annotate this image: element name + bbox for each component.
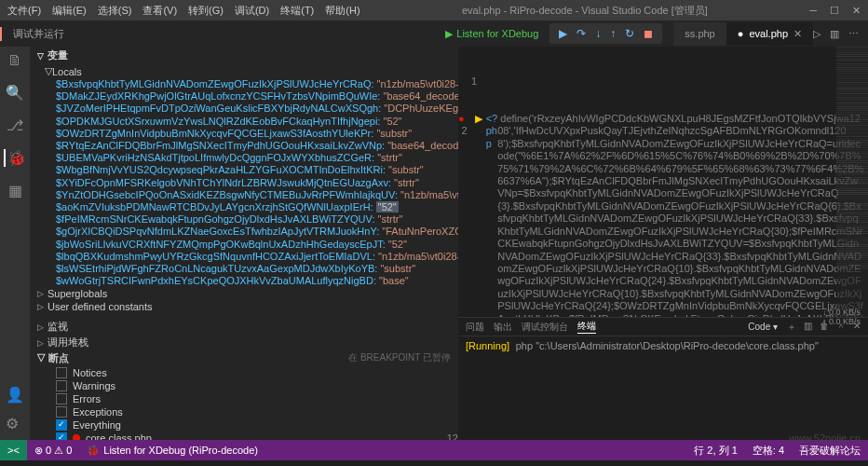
split-icon[interactable]: ▥ <box>830 28 839 40</box>
restart-icon[interactable]: ↻ <box>625 27 634 40</box>
variable-row[interactable]: $aoKmZVIuksbPDMNawRTCBDvJyLAYgcnXrzjhStG… <box>56 201 458 213</box>
variables-header[interactable]: ▽变量 <box>30 47 458 64</box>
variable-row[interactable]: $WbgBfNmjVvYUS2QdcywpseqPkrAzaHLZYGFuXOC… <box>56 164 458 176</box>
tab-eval-php[interactable]: ● eval.php ✕ <box>726 22 813 46</box>
status-bar: >< ⊗ 0 ⚠ 0 🐞 Listen for XDebug (RiPro-de… <box>0 440 868 460</box>
modified-dot-icon: ● <box>738 28 744 39</box>
breakpoint-row[interactable]: Exceptions <box>56 405 458 418</box>
menu-select[interactable]: 选择(S) <box>98 4 132 18</box>
account-icon[interactable]: 👤 <box>6 386 24 404</box>
breakpoint-row[interactable]: Errors <box>56 392 458 405</box>
close-icon[interactable]: ✕ <box>852 5 861 17</box>
variable-row[interactable]: $UBEMVaPKvriHzNSAkdTjtpoLIfmwlyDcQggnFOJ… <box>56 152 458 164</box>
terminal-new-icon[interactable]: ＋ <box>787 321 796 334</box>
panel: 问题 输出 调试控制台 终端 Code ▾ ＋ ▥ 🗑 ＾ ✕ [Running… <box>458 317 868 440</box>
variable-row[interactable]: $DMakZJEydXRKhgPwjOlGtrAUqLofxcnzYCSFHvT… <box>56 90 458 103</box>
scm-icon[interactable]: ⎇ <box>7 116 23 134</box>
callstack-header[interactable]: ▷调用堆栈 <box>30 335 458 350</box>
status-remote[interactable]: >< <box>0 440 27 460</box>
title-bar: 文件(F) 编辑(E) 选择(S) 查看(V) 转到(G) 调试(D) 终端(T… <box>0 0 868 21</box>
window-title: eval.php - RiPro-decode - Visual Studio … <box>360 4 810 18</box>
terminal-select[interactable]: Code ▾ <box>748 322 778 332</box>
checkbox-icon[interactable] <box>56 432 67 440</box>
menu-debug[interactable]: 调试(D) <box>235 4 269 18</box>
checkbox-icon[interactable] <box>56 393 67 404</box>
variable-row[interactable]: $jbWoSriLIvkuVCRXftNFYZMQmpPgOKwBqlnUxAD… <box>56 239 458 251</box>
variable-row[interactable]: $gOjrXICBQiDSPqvNfdmLKZNaeGoxcEsTfwhbzIA… <box>56 226 458 238</box>
terminal-content[interactable]: [Running] php "c:\Users\Administrator\De… <box>458 336 868 356</box>
more-icon[interactable]: ⋯ <box>848 28 859 40</box>
checkbox-icon[interactable] <box>56 406 67 418</box>
variable-row[interactable]: $wWoGtrjTSRCIFwnPdxhEYsCKpeQOJXHkVvZbaUM… <box>56 275 458 287</box>
explorer-icon[interactable]: 🗎 <box>7 52 22 69</box>
minimap[interactable] <box>836 47 868 317</box>
code-area[interactable]: 1 2▶<?php define('rRxzeyAhIvWIgPCDdcKbWG… <box>458 47 868 317</box>
menu-bar: 文件(F) 编辑(E) 选择(S) 查看(V) 转到(G) 调试(D) 终端(T… <box>7 4 360 18</box>
checkbox-icon[interactable] <box>56 380 67 391</box>
panel-tab-problems[interactable]: 问题 <box>466 321 484 334</box>
variable-row[interactable]: $fPeIMRcmSNrCKEwabqkFtupnGohgzOjyDlxdHsJ… <box>56 213 458 226</box>
extensions-icon[interactable]: ▦ <box>8 182 22 199</box>
breakpoint-dot-icon <box>73 434 80 440</box>
checkbox-icon[interactable] <box>56 367 67 378</box>
checkbox-icon[interactable] <box>56 419 67 431</box>
variable-row[interactable]: $lsWSEtrhiPjdWFghFZRoCnLNcagukTUzvxAaGex… <box>56 263 458 275</box>
stop-icon[interactable]: ◼ <box>644 27 653 40</box>
user-constants-item[interactable]: ▷User defined constants <box>30 300 458 313</box>
run-debug-label: 调试并运行 <box>0 27 75 41</box>
minimize-icon[interactable]: ─ <box>809 5 817 17</box>
debug-sidebar: ▽变量 ▽Locals $BxsfvpqKhbtTyMLGidnNVADomZE… <box>30 47 458 440</box>
superglobals-item[interactable]: ▷Superglobals <box>30 287 458 300</box>
search-icon[interactable]: 🔍 <box>6 84 24 102</box>
step-into-icon[interactable]: ↓ <box>595 27 601 40</box>
step-over-icon[interactable]: ↷ <box>576 27 586 40</box>
menu-goto[interactable]: 转到(G) <box>188 4 224 18</box>
variable-row[interactable]: $JVZoMerIPHEtqpmFvDTpOziWanGeuKslicFBXYb… <box>56 103 458 115</box>
terminal-split-icon[interactable]: ▥ <box>804 321 812 334</box>
maximize-icon[interactable]: ☐ <box>830 5 839 17</box>
status-cursor-pos[interactable]: 行 2, 列 1 <box>686 444 744 458</box>
watch-header[interactable]: ▷监视 <box>30 319 458 335</box>
net-speed: ↓ 0.0 KB/s ↑ 0.0 KB/s <box>822 308 861 326</box>
variable-row[interactable]: $lbqQBXKudmshmPwyUYRzGkcgSfNquvnfHCOZAxi… <box>56 251 458 263</box>
debug-config[interactable]: ▶ Listen for XDebug <box>445 28 538 40</box>
step-out-icon[interactable]: ↑ <box>610 27 616 40</box>
breakpoint-row[interactable]: Notices <box>56 366 458 379</box>
continue-icon[interactable]: ▶ <box>559 27 567 40</box>
variable-list: $BxsfvpqKhbtTyMLGidnNVADomZEwgOFuzIkXjPS… <box>30 78 458 287</box>
menu-terminal[interactable]: 终端(T) <box>280 4 314 18</box>
variable-row[interactable]: $BxsfvpqKhbtTyMLGidnNVADomZEwgOFuzIkXjPS… <box>56 78 458 90</box>
menu-view[interactable]: 查看(V) <box>142 4 177 18</box>
variable-row[interactable]: $YnZtODHGsebcIPQoOnASxidKEZBsgwNfyCTMEBu… <box>56 189 458 201</box>
status-debug-config[interactable]: 🐞 Listen for XDebug (RiPro-decode) <box>79 445 265 457</box>
menu-help[interactable]: 帮助(H) <box>325 4 359 18</box>
tab-bar: 调试并运行 ▶ Listen for XDebug ▶ ↷ ↓ ↑ ↻ ◼ ss… <box>0 21 868 47</box>
menu-file[interactable]: 文件(F) <box>7 4 41 18</box>
activity-bar: 🗎 🔍 ⎇ 🐞 ▦ 👤 ⚙ <box>0 47 30 440</box>
breakpoint-list: NoticesWarningsErrorsExceptionsEverythin… <box>30 366 458 440</box>
locals-header[interactable]: ▽Locals <box>30 64 458 78</box>
panel-tab-debugconsole[interactable]: 调试控制台 <box>522 321 568 334</box>
variable-row[interactable]: $OWzDRTZgMnInVidpbuBmNkXycqvFQCGELjxawS3… <box>56 128 458 140</box>
breakpoint-row[interactable]: Everything <box>56 418 458 432</box>
breakpoint-row[interactable]: Warnings <box>56 379 458 392</box>
variable-row[interactable]: $RYtqEzAnClFDQBbrFmJlMgSNXecITmyPdhUGOou… <box>56 140 458 152</box>
variable-row[interactable]: $OPDKMJGUctXSrxuwmVzYwsLNQlRZdKEobBvFCka… <box>56 116 458 128</box>
menu-edit[interactable]: 编辑(E) <box>52 4 87 18</box>
status-spaces[interactable]: 空格: 4 <box>745 444 792 458</box>
gear-icon[interactable]: ⚙ <box>6 415 24 432</box>
breakpoints-header[interactable]: ▽ 断点 在 BREAKPOINT 已暂停 <box>30 350 458 366</box>
panel-tab-output[interactable]: 输出 <box>494 321 512 334</box>
breakpoint-row[interactable]: core.class.php12 <box>56 432 458 440</box>
tab-close-icon[interactable]: ✕ <box>793 28 802 40</box>
play-icon: ▶ <box>445 28 453 40</box>
tab-ss-php[interactable]: ss.php <box>673 22 726 46</box>
run-icon[interactable]: ▷ <box>813 28 821 40</box>
editor[interactable]: 1 2▶<?php define('rRxzeyAhIvWIgPCDdcKbWG… <box>458 47 868 440</box>
status-forum: 吾爱破解论坛 <box>792 444 868 458</box>
panel-tab-terminal[interactable]: 终端 <box>577 320 596 334</box>
variable-row[interactable]: $XYiDFcOpnMFSRKelgobVNhTChYlNdrLZBRWJswu… <box>56 177 458 189</box>
current-line-icon: ▶ <box>475 113 482 317</box>
debug-icon[interactable]: 🐞 <box>4 149 26 167</box>
status-errors[interactable]: ⊗ 0 ⚠ 0 <box>27 445 79 457</box>
